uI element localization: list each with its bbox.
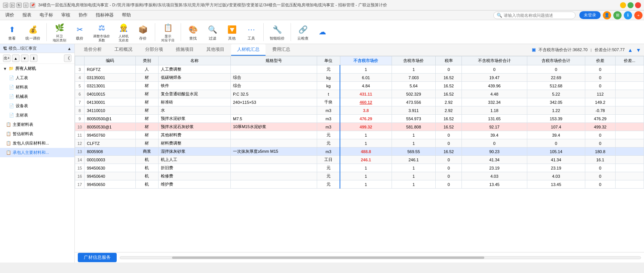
tab-zaojia[interactable]: 造价分析 bbox=[78, 44, 108, 56]
refresh-icon[interactable]: ↻ bbox=[16, 3, 22, 8]
sidebar-item-cailiao[interactable]: 📄 材料表 bbox=[0, 83, 74, 92]
up-arrow-icon[interactable]: ▲ bbox=[628, 47, 633, 53]
menu-bangzhu[interactable]: 帮助 bbox=[118, 11, 135, 19]
forward-icon[interactable]: ▷ bbox=[10, 3, 15, 8]
add-icon[interactable]: + bbox=[634, 11, 643, 19]
menu-shenhe[interactable]: 审核 bbox=[58, 11, 74, 19]
table-cell: 342.05 bbox=[527, 98, 585, 106]
table-row[interactable]: 834110010材水m33.83.9112.921.181.22-0.78 bbox=[75, 106, 644, 115]
menu-tiaojia[interactable]: 调价 bbox=[1, 11, 18, 19]
sidebar-item-jixie[interactable]: 📄 机械表 bbox=[0, 92, 74, 101]
table-cell: 维护费 bbox=[158, 180, 230, 189]
sidebar-up-btn[interactable]: ▲ bbox=[12, 55, 19, 62]
menu-zhibiao[interactable]: 指标神器 bbox=[92, 11, 117, 19]
sidebar-item-zhucai[interactable]: 📄 主材表 bbox=[0, 111, 74, 120]
window-buttons[interactable] bbox=[620, 2, 641, 8]
tool-tiaojia[interactable]: 💰 统一调价 bbox=[22, 22, 43, 42]
table-cell: 元 bbox=[317, 180, 340, 189]
table-row[interactable]: 1199450760材其他材料费元11039.439.40 bbox=[75, 131, 644, 139]
tab-feiyong[interactable]: 费用汇总 bbox=[266, 44, 296, 56]
sidebar-item-chengbao[interactable]: 📋 承包人主要材料和... bbox=[0, 148, 74, 157]
tool-guolv[interactable]: 🔽 其他 bbox=[223, 22, 241, 42]
menu-xiezuo[interactable]: 协作 bbox=[75, 11, 91, 19]
tab-rencaiji[interactable]: 人材机汇总 bbox=[231, 44, 266, 56]
sidebar-out-btn[interactable]: 出+ bbox=[3, 55, 10, 62]
down-arrow-icon[interactable]: ▼ bbox=[636, 47, 641, 53]
table-cell: 90.23 bbox=[462, 148, 527, 156]
table-cell: 16.52 bbox=[436, 123, 462, 131]
table-row[interactable]: 503213001材铁件综合kg4.845.6416.52439.96512.6… bbox=[75, 82, 644, 90]
table-cell: 22.69 bbox=[527, 74, 585, 82]
table-cell: kg bbox=[317, 74, 340, 82]
tab-cuoshi[interactable]: 措施项目 bbox=[170, 44, 200, 56]
table-row[interactable]: 1080050530@1材预拌水泥石灰砂浆10厚M15水泥砂浆m3499.325… bbox=[75, 123, 644, 131]
table-row[interactable]: 138005908商浆湿拌抹灰砂浆一次抹灰厚度≥5mm M15m3488.856… bbox=[75, 148, 644, 156]
sidebar-item-fabao[interactable]: 📋 发包人供应材料和... bbox=[0, 139, 74, 148]
table-row[interactable]: 403135001材低碳钢焊条综合kg6.017.00316.5219.4722… bbox=[75, 74, 644, 82]
sidebar-collapse-btn[interactable]: 《 bbox=[64, 55, 71, 62]
table-cell: 107.4 bbox=[527, 123, 585, 131]
maximize-button[interactable] bbox=[628, 2, 634, 8]
table-cell: 04010015 bbox=[85, 90, 136, 98]
table-row[interactable]: 604010015材复合普通硅酸盐水泥P.C 32.5t431.11502.32… bbox=[75, 90, 644, 98]
sidebar-section-all[interactable]: ▼ 📁 所有人材机 bbox=[0, 64, 74, 73]
toolbar-sep-3 bbox=[181, 23, 181, 41]
minimize-button[interactable] bbox=[620, 2, 626, 8]
close-button[interactable] bbox=[635, 2, 641, 8]
table-row[interactable]: 1599450630机折旧费元11023.1923.190 bbox=[75, 164, 644, 172]
sidebar-item-shebei[interactable]: 📄 设备表 bbox=[0, 101, 74, 111]
sidebar-item-rengong[interactable]: 📄 人工表 bbox=[0, 73, 74, 83]
sidebar-down-btn[interactable]: ▼ bbox=[21, 55, 28, 62]
table-row[interactable]: 704130001材标准砖240×115×53千块460.12473.5562.… bbox=[75, 98, 644, 106]
tool-tiaozheng[interactable]: ⚖ 调整市场价系数 bbox=[90, 20, 113, 44]
tool-yanse[interactable]: 🎨 查找 bbox=[184, 22, 202, 42]
table-row[interactable]: 12CLFTZ材材料费调整元110000 bbox=[75, 139, 644, 148]
tab-gongcheng[interactable]: 工程概况 bbox=[108, 44, 138, 56]
table-row[interactable]: 1799450650机维护费元11013.4513.450 bbox=[75, 180, 644, 189]
tool-zaijia[interactable]: ✂ 载价 bbox=[71, 22, 89, 42]
user-icon[interactable]: 👤 bbox=[603, 11, 611, 19]
menu-baobiao[interactable]: 报表 bbox=[19, 11, 35, 19]
table-row[interactable]: 3RGFTZ人人工费调整元110000 bbox=[75, 65, 644, 74]
table-row[interactable]: 1400010003机机上人工工日246.1246.1041.3441.3416… bbox=[75, 156, 644, 164]
table-cell: 5 bbox=[75, 82, 85, 90]
tool-rencaiji[interactable]: 👷 人材机无价差 bbox=[114, 20, 132, 44]
title-bar-controls[interactable]: ◁ ▷ ↻ ⌂ 📌 bbox=[3, 3, 35, 8]
tab-fenbufenxiang[interactable]: 分部分项 bbox=[139, 44, 169, 56]
search-bar[interactable]: 🔍 bbox=[493, 12, 576, 19]
tool-yunjiancha[interactable]: ☁ bbox=[313, 24, 331, 40]
tab-qitaxiangmu[interactable]: 其他项目 bbox=[200, 44, 230, 56]
login-button[interactable]: 未登录 bbox=[579, 11, 601, 19]
table-row[interactable]: 1699450640机检修费元1104.034.030 bbox=[75, 172, 644, 180]
home-icon[interactable]: ⌂ bbox=[23, 3, 28, 8]
apps-icon[interactable]: ⊞ bbox=[613, 11, 622, 19]
pin-icon[interactable]: 📌 bbox=[30, 3, 35, 8]
chazhao-icon: 🔍 bbox=[206, 24, 218, 35]
horizontal-scrollbar[interactable] bbox=[120, 256, 641, 259]
search-input[interactable] bbox=[504, 13, 571, 18]
sidebar-item-zhuyao[interactable]: 📋 主要材料表 bbox=[0, 120, 74, 129]
table-cell bbox=[230, 156, 317, 164]
table-cell: 246.1 bbox=[392, 156, 435, 164]
table-cell: 39.4 bbox=[527, 131, 585, 139]
notax-sum-label: 不含税市场价合计:3682.70 bbox=[539, 47, 588, 53]
list-icon-zhuyao: 📋 bbox=[6, 122, 11, 127]
tool-qita[interactable]: ⋯ 工具 bbox=[242, 22, 260, 42]
tool-chazhao[interactable]: 🔍 过滤 bbox=[203, 22, 221, 42]
sidebar-download-btn[interactable]: ⬇ bbox=[30, 55, 37, 62]
table-row[interactable]: 980050500@1材预拌水泥砂浆M7.5m3476.29554.97316.… bbox=[75, 115, 644, 123]
tool-zhineng[interactable]: 🔗 云检查 bbox=[294, 22, 312, 42]
tool-chakan[interactable]: ⬆ 查看 bbox=[3, 22, 21, 42]
table-container[interactable]: 编码 类别 名称 规格型号 单位 不含税市场价 含税市场价 税率 不含税市场价合… bbox=[75, 56, 644, 252]
tool-gongju[interactable]: 🔧 智能组价 bbox=[267, 22, 288, 42]
guangcai-btn[interactable]: 广材信息服务 bbox=[78, 253, 117, 262]
table-cell: 0 bbox=[585, 74, 616, 82]
info-icon[interactable]: ℹ bbox=[624, 11, 632, 19]
tool-cunjia[interactable]: 📦 存价 bbox=[134, 22, 152, 42]
back-icon[interactable]: ◁ bbox=[3, 3, 8, 8]
menu-dianzibiao[interactable]: 电子标 bbox=[36, 11, 57, 19]
tool-xianshi[interactable]: 📋 显示对应子目 bbox=[158, 20, 178, 44]
sidebar-item-zangu[interactable]: 📋 暂估材料表 bbox=[0, 129, 74, 139]
sidebar-collapse-icon[interactable]: ▲ bbox=[67, 46, 71, 51]
tool-huanwei[interactable]: 🌿 环卫地区类别 bbox=[50, 20, 69, 44]
